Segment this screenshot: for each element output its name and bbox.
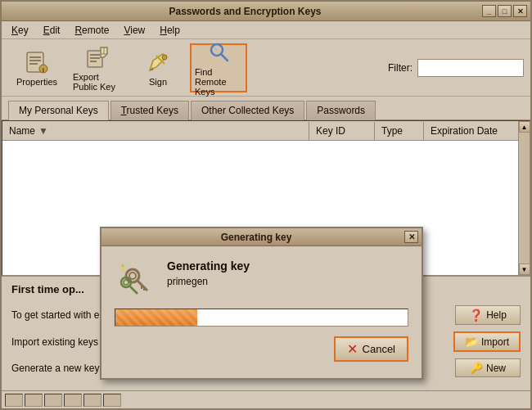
modal-gen-title: Generating key: [167, 259, 250, 273]
modal-overlay: Generating key ✕: [2, 120, 530, 408]
menu-help[interactable]: Help: [153, 23, 187, 38]
filter-input[interactable]: [417, 59, 524, 77]
tab-my-personal-keys-label: My Personal Keys: [19, 105, 98, 116]
tab-my-personal-keys[interactable]: My Personal Keys: [8, 101, 109, 120]
filter-label: Filter:: [388, 62, 413, 74]
properties-icon: i: [24, 49, 50, 75]
modal-header-text: Generating key primegen: [167, 259, 250, 287]
find-remote-keys-icon: [205, 39, 232, 65]
export-public-key-button[interactable]: Export Public Key: [69, 43, 126, 92]
svg-point-13: [162, 55, 167, 60]
svg-text:i: i: [43, 67, 44, 73]
progress-bar-container: [115, 309, 408, 327]
maximize-button[interactable]: □: [498, 5, 512, 17]
modal-footer: ✕ Cancel: [115, 336, 408, 365]
properties-button[interactable]: i Properties: [8, 43, 65, 92]
modal-body: Generating key primegen ✕: [101, 246, 422, 378]
modal-header-row: Generating key primegen: [115, 259, 408, 299]
tab-trusted-keys-label: Trusted Keys: [121, 105, 178, 116]
modal-close-button[interactable]: ✕: [404, 231, 418, 243]
generating-key-dialog: Generating key ✕: [100, 227, 423, 380]
svg-point-18: [129, 273, 136, 279]
tab-trusted-keys[interactable]: Trusted Keys: [110, 101, 189, 120]
svg-line-15: [221, 54, 228, 61]
export-public-key-label: Export Public Key: [73, 72, 122, 92]
menu-edit[interactable]: Edit: [37, 23, 67, 38]
cancel-icon: ✕: [347, 341, 358, 357]
svg-rect-3: [29, 63, 38, 65]
properties-label: Properties: [16, 77, 57, 87]
svg-rect-1: [29, 56, 41, 58]
progress-bar-fill: [115, 309, 197, 326]
filter-area: Filter:: [388, 59, 524, 77]
modal-title: Generating key: [108, 232, 404, 243]
menu-bar: Key Edit Remote View Help: [2, 21, 530, 39]
title-bar: Passwords and Encryption Keys _ □ ✕: [2, 2, 530, 21]
modal-gen-subtitle: primegen: [167, 276, 250, 287]
cancel-label: Cancel: [363, 343, 395, 355]
svg-rect-2: [29, 60, 41, 61]
find-remote-keys-button[interactable]: Find Remote Keys: [190, 43, 247, 92]
svg-rect-8: [90, 57, 100, 59]
menu-key[interactable]: Key: [5, 23, 35, 38]
svg-rect-7: [90, 54, 100, 56]
window-controls: _ □ ✕: [482, 5, 527, 17]
svg-line-16: [214, 47, 217, 50]
tab-other-collected-keys[interactable]: Other Collected Keys: [191, 101, 304, 120]
modal-key-icon: [115, 259, 154, 299]
sign-icon: [145, 49, 171, 75]
window-title: Passwords and Encryption Keys: [8, 6, 482, 17]
minimize-button[interactable]: _: [482, 5, 496, 17]
tab-other-collected-keys-label: Other Collected Keys: [201, 105, 294, 116]
close-button[interactable]: ✕: [513, 5, 527, 17]
main-window: Passwords and Encryption Keys _ □ ✕ Key …: [0, 0, 532, 410]
sign-label: Sign: [149, 77, 167, 87]
find-remote-keys-label: Find Remote Keys: [195, 67, 242, 97]
cancel-button[interactable]: ✕ Cancel: [334, 336, 408, 362]
toolbar: i Properties Export Public Key: [2, 39, 530, 97]
svg-line-24: [129, 286, 138, 294]
tab-passwords-label: Passwords: [317, 105, 365, 116]
modal-title-bar: Generating key ✕: [101, 228, 422, 246]
sign-button[interactable]: Sign: [129, 43, 187, 92]
menu-remote[interactable]: Remote: [68, 23, 115, 38]
tab-passwords[interactable]: Passwords: [306, 101, 376, 120]
export-icon: [84, 44, 110, 70]
progress-stripes: [115, 309, 197, 326]
tabs-container: My Personal Keys Trusted Keys Other Coll…: [2, 97, 530, 120]
svg-rect-9: [90, 61, 97, 62]
menu-view[interactable]: View: [117, 23, 151, 38]
svg-point-23: [124, 280, 128, 285]
